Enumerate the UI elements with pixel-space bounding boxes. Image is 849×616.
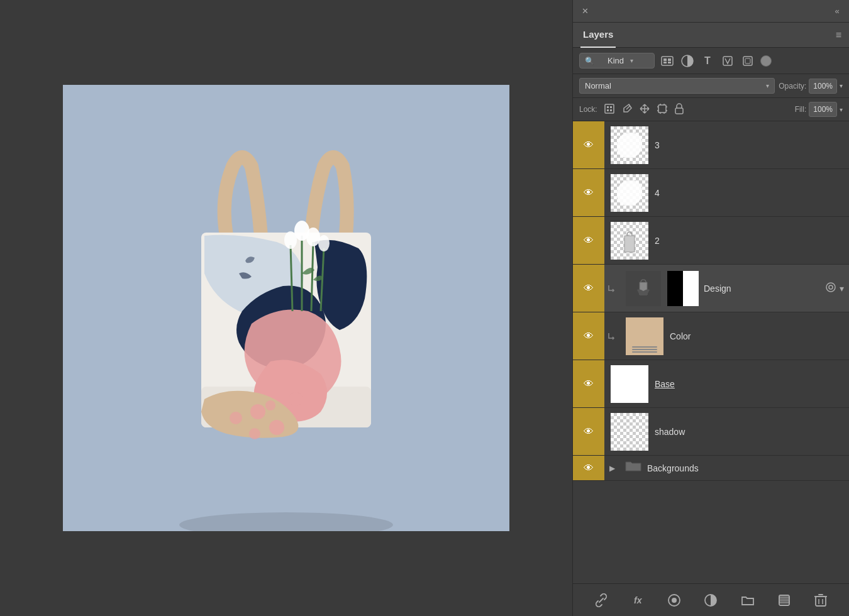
- layer-thumbnail: [611, 126, 648, 164]
- eye-icon: 👁: [584, 187, 594, 199]
- blend-mode-select[interactable]: Normal ▾: [579, 78, 775, 94]
- new-layer-button[interactable]: [775, 591, 794, 610]
- folder-icon: [624, 459, 642, 476]
- titlebar-left: ✕: [580, 7, 589, 16]
- fx-button[interactable]: fx: [628, 591, 647, 610]
- layer-row[interactable]: 👁 2: [573, 217, 849, 265]
- delete-layer-button[interactable]: [811, 591, 830, 610]
- kind-dropdown[interactable]: 🔍 Kind ▾: [579, 53, 655, 69]
- opacity-control: Opacity: 100% ▾: [779, 79, 843, 94]
- layer-row[interactable]: 👁 Base: [573, 360, 849, 408]
- search-icon: 🔍: [585, 57, 604, 65]
- lock-artboard-icon[interactable]: [657, 103, 668, 116]
- svg-point-16: [284, 231, 297, 249]
- svg-rect-31: [610, 109, 612, 111]
- close-button[interactable]: ✕: [580, 7, 589, 16]
- filter-circle[interactable]: [760, 55, 772, 67]
- lock-move-icon[interactable]: [639, 103, 650, 116]
- filter-bar: 🔍 Kind ▾ T: [573, 48, 849, 74]
- layer-visibility-toggle[interactable]: 👁: [573, 265, 604, 312]
- layer-row[interactable]: 👁 Color: [573, 312, 849, 360]
- layer-thumbnail: [611, 413, 648, 451]
- layer-name: 4: [655, 188, 849, 198]
- lock-icons: [604, 103, 684, 116]
- layer-thumbnail: [611, 222, 648, 260]
- svg-rect-29: [610, 106, 612, 108]
- layer-thumbnail: [626, 271, 661, 306]
- layer-visibility-toggle[interactable]: 👁: [573, 360, 604, 407]
- eye-icon: 👁: [584, 426, 594, 437]
- eye-icon: 👁: [584, 283, 594, 294]
- svg-point-8: [289, 392, 302, 406]
- fill-value[interactable]: 100%: [809, 102, 837, 117]
- eye-icon: 👁: [584, 331, 594, 342]
- svg-point-5: [269, 420, 284, 435]
- svg-rect-34: [675, 108, 683, 114]
- svg-point-37: [829, 285, 833, 289]
- svg-rect-26: [745, 58, 750, 63]
- svg-rect-33: [658, 105, 666, 113]
- layer-row[interactable]: 👁 3: [573, 121, 849, 169]
- layers-panel: ✕ « Layers ≡ 🔍 Kind ▾ T: [572, 0, 849, 616]
- panel-header: Layers ≡: [573, 23, 849, 48]
- smart-object-icon[interactable]: [826, 282, 836, 294]
- svg-point-7: [249, 428, 260, 439]
- canvas-frame: [63, 85, 509, 531]
- panel-menu-icon[interactable]: ≡: [836, 30, 841, 41]
- shape-filter-icon[interactable]: [720, 53, 735, 69]
- layer-thumbnail: [611, 365, 648, 403]
- layer-expand-icon[interactable]: ▾: [840, 283, 844, 294]
- mask-button[interactable]: [665, 591, 684, 610]
- dropdown-arrow-icon: ▾: [630, 57, 649, 64]
- layer-visibility-toggle[interactable]: 👁: [573, 217, 604, 264]
- svg-rect-22: [668, 62, 671, 63]
- lock-paint-icon[interactable]: [621, 103, 633, 116]
- svg-point-15: [306, 228, 320, 246]
- link-button[interactable]: [592, 591, 611, 610]
- layer-visibility-toggle[interactable]: 👁: [573, 121, 604, 168]
- layer-name: shadow: [655, 427, 849, 437]
- svg-rect-19: [663, 58, 667, 61]
- opacity-arrow-icon: ▾: [840, 82, 843, 89]
- eye-icon: 👁: [584, 463, 594, 474]
- group-expand-icon[interactable]: ▶: [604, 464, 619, 473]
- pixel-filter-icon[interactable]: [660, 53, 675, 69]
- layers-list: 👁 3 👁 4 👁: [573, 121, 849, 583]
- lock-all-icon[interactable]: [674, 103, 684, 116]
- panel-titlebar: ✕ «: [573, 0, 849, 23]
- svg-point-6: [230, 412, 242, 424]
- svg-rect-28: [607, 106, 609, 108]
- eye-icon: 👁: [584, 235, 594, 246]
- svg-rect-18: [662, 57, 673, 65]
- blend-dropdown-arrow-icon: ▾: [766, 82, 769, 89]
- collapse-button[interactable]: «: [833, 7, 841, 16]
- svg-rect-43: [779, 601, 789, 603]
- lock-pixels-icon[interactable]: [604, 103, 615, 116]
- adjustment-button[interactable]: [701, 591, 720, 610]
- blend-row: Normal ▾ Opacity: 100% ▾: [573, 74, 849, 98]
- fill-arrow-icon: ▾: [840, 106, 843, 113]
- layer-row[interactable]: 👁 shadow: [573, 408, 849, 456]
- layer-visibility-toggle[interactable]: 👁: [573, 312, 604, 360]
- svg-point-9: [265, 400, 275, 410]
- opacity-value[interactable]: 100%: [809, 79, 837, 94]
- text-filter-icon[interactable]: T: [700, 53, 715, 69]
- layer-row[interactable]: 👁 Design ▾: [573, 265, 849, 312]
- layer-row[interactable]: 👁 4: [573, 169, 849, 217]
- svg-rect-25: [743, 57, 752, 65]
- smart-filter-icon[interactable]: [740, 53, 755, 69]
- adjustment-filter-icon[interactable]: [680, 53, 695, 69]
- layer-group-row[interactable]: 👁 ▶ Backgrounds: [573, 456, 849, 481]
- layer-visibility-toggle[interactable]: 👁: [573, 408, 604, 455]
- group-name: Backgrounds: [647, 463, 849, 473]
- layer-name: Design: [704, 283, 826, 294]
- svg-point-17: [318, 235, 330, 251]
- canvas-area: [0, 0, 572, 616]
- svg-rect-27: [605, 104, 614, 113]
- layer-visibility-toggle[interactable]: 👁: [573, 456, 604, 480]
- canvas-artwork: [63, 85, 509, 531]
- layer-visibility-toggle[interactable]: 👁: [573, 169, 604, 216]
- group-button[interactable]: [738, 591, 757, 610]
- layer-indent-arrow: [604, 332, 619, 341]
- svg-rect-21: [663, 62, 667, 63]
